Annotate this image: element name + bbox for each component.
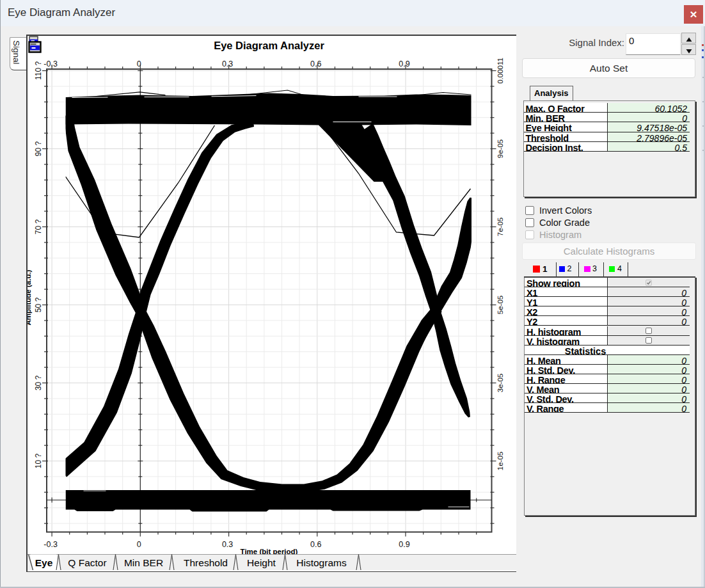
svg-text:0.9: 0.9 — [399, 540, 409, 549]
svg-text:3e-05: 3e-05 — [496, 374, 503, 392]
svg-text:-0.3: -0.3 — [44, 540, 58, 549]
svg-text:9e-05: 9e-05 — [496, 139, 503, 158]
svg-text:0: 0 — [136, 60, 141, 68]
svg-text:Eye Diagram Analyzer: Eye Diagram Analyzer — [214, 40, 324, 51]
svg-text:0.3: 0.3 — [221, 540, 232, 549]
svg-text:1e-05: 1e-05 — [496, 452, 503, 470]
svg-text:30 ?: 30 ? — [33, 375, 42, 390]
svg-text:Height: Height — [247, 557, 276, 568]
svg-text:5e-05: 5e-05 — [496, 296, 503, 314]
svg-text:Min BER: Min BER — [123, 557, 162, 568]
svg-text:Q Factor: Q Factor — [68, 557, 106, 568]
svg-text:0.3: 0.3 — [221, 60, 232, 68]
svg-text:10 ?: 10 ? — [33, 453, 42, 468]
svg-text:Eye: Eye — [35, 557, 52, 568]
svg-text:Amplitude (a.u.): Amplitude (a.u.) — [28, 269, 32, 325]
svg-text:90 ?: 90 ? — [33, 141, 42, 156]
svg-text:0.9: 0.9 — [399, 60, 409, 68]
svg-text:0.6: 0.6 — [310, 540, 321, 549]
svg-text:110 ?: 110 ? — [33, 61, 42, 80]
svg-text:70 ?: 70 ? — [33, 219, 42, 234]
svg-text:0.00011: 0.00011 — [496, 58, 503, 84]
svg-text:-0.3: -0.3 — [44, 60, 58, 68]
svg-text:Threshold: Threshold — [184, 557, 228, 568]
svg-text:50 ?: 50 ? — [33, 297, 42, 312]
svg-text:0.6: 0.6 — [310, 60, 321, 68]
svg-text:Histograms: Histograms — [296, 557, 347, 568]
svg-text:7e-05: 7e-05 — [496, 218, 503, 236]
svg-text:0: 0 — [136, 540, 141, 549]
